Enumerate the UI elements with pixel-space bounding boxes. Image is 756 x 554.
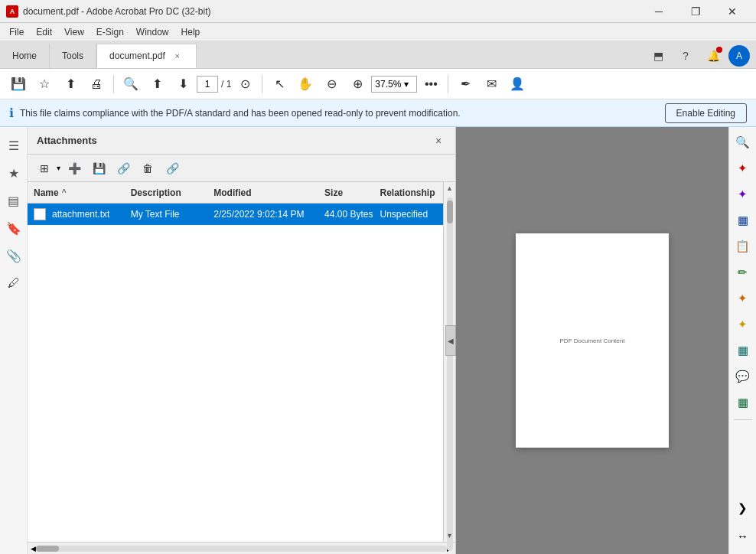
menu-help[interactable]: Help xyxy=(175,23,207,41)
right-tool-teal[interactable]: ▦ xyxy=(731,338,755,363)
row-size: 44.00 Bytes xyxy=(324,209,380,220)
col-desc-header[interactable]: Description xyxy=(131,187,214,198)
tab-notification-button[interactable]: 🔔 xyxy=(701,44,725,68)
toolbar-sep-2 xyxy=(262,75,262,93)
right-zoom-button[interactable]: 🔍 xyxy=(731,130,755,155)
zoom-dropdown-icon: ▾ xyxy=(404,79,409,90)
bookmark-button[interactable]: ☆ xyxy=(32,72,57,96)
zoom-out-tool[interactable]: ⊖ xyxy=(319,72,344,96)
col-size-header[interactable]: Size xyxy=(324,187,380,198)
more-tools-button[interactable]: ••• xyxy=(419,72,443,96)
attachments-close-button[interactable]: × xyxy=(431,133,446,148)
scroll-thumb[interactable] xyxy=(36,546,59,552)
next-page-button[interactable]: ⬇ xyxy=(171,72,195,96)
tab-share-button[interactable]: ⬒ xyxy=(646,44,670,68)
tab-help-button[interactable]: ? xyxy=(673,44,698,68)
scroll-down-arrow[interactable]: ▼ xyxy=(444,530,455,542)
col-name-header[interactable]: Name ^ xyxy=(34,187,131,198)
sidebar-menu-icon[interactable]: ☰ xyxy=(2,133,26,158)
panel-collapse-button[interactable]: ◀ xyxy=(445,325,456,356)
menu-edit[interactable]: Edit xyxy=(30,23,58,41)
attach-save-button[interactable]: 💾 xyxy=(88,158,109,179)
menu-bar: File Edit View E-Sign Window Help xyxy=(0,23,756,41)
email-button[interactable]: ✉ xyxy=(479,72,503,96)
vertical-scrollbar[interactable]: ▲ ▼ xyxy=(443,182,455,542)
menu-esign[interactable]: E-Sign xyxy=(90,23,130,41)
prev-page-button[interactable]: ⬆ xyxy=(145,72,169,96)
sidebar-attachments-icon[interactable]: 📎 xyxy=(2,243,26,268)
sidebar-edit-icon[interactable]: 🖊 xyxy=(2,271,26,295)
col-modified-header[interactable]: Modified xyxy=(213,187,324,198)
right-tool-green[interactable]: ✏ xyxy=(731,260,755,285)
right-tool-yellow[interactable]: ✦ xyxy=(731,312,755,337)
attachments-table: Name ^ Description Modified Size Relatio… xyxy=(28,182,455,542)
notification-bar: ℹ This file claims compliance with the P… xyxy=(0,99,756,127)
restore-button[interactable]: ❐ xyxy=(678,0,713,23)
zoom-out-button[interactable]: 🔍 xyxy=(119,72,143,96)
save-button[interactable]: 💾 xyxy=(6,72,31,96)
right-stretch-button[interactable]: ↔ xyxy=(731,523,755,548)
scroll-left-arrow[interactable]: ◀ xyxy=(31,545,36,552)
user-avatar[interactable]: A xyxy=(728,45,750,67)
hand-tool[interactable]: ✋ xyxy=(293,72,318,96)
sidebar-pages-icon[interactable]: ▤ xyxy=(2,188,26,213)
right-tool-blue[interactable]: ▦ xyxy=(731,208,755,233)
close-button[interactable]: ✕ xyxy=(715,0,750,23)
tab-home[interactable]: Home xyxy=(0,44,50,68)
notification-dot xyxy=(716,47,722,53)
table-header: Name ^ Description Modified Size Relatio… xyxy=(28,182,455,204)
left-sidebar: ☰ ★ ▤ 🔖 📎 🖊 xyxy=(0,127,28,554)
vscroll-thumb[interactable] xyxy=(447,200,453,223)
sidebar-bookmark-icon[interactable]: ★ xyxy=(2,161,26,185)
cursor-tool[interactable]: ↖ xyxy=(267,72,292,96)
right-tool-red[interactable]: ✦ xyxy=(731,156,755,181)
window-controls: ─ ❐ ✕ xyxy=(641,0,750,23)
col-relationship-header[interactable]: Relationship xyxy=(380,187,450,198)
attach-link-button[interactable]: 🔗 xyxy=(112,158,134,179)
toolbar: 💾 ☆ ⬆ 🖨 🔍 ⬆ ⬇ / 1 ⊙ ↖ ✋ ⊖ ⊕ 37.5% ▾ ••• … xyxy=(0,69,756,99)
attach-grid-button[interactable]: ⊞ xyxy=(34,158,55,179)
right-sidebar-sep xyxy=(734,419,752,420)
attach-dropdown-arrow[interactable]: ▾ xyxy=(57,164,60,172)
sidebar-layers-icon[interactable]: 🔖 xyxy=(2,216,26,240)
minimize-button[interactable]: ─ xyxy=(641,0,676,23)
menu-file[interactable]: File xyxy=(3,23,30,41)
scroll-up-arrow[interactable]: ▲ xyxy=(444,182,455,194)
right-tool-comment[interactable]: 💬 xyxy=(731,364,755,389)
page-number-input[interactable] xyxy=(197,76,218,93)
profile-button[interactable]: 👤 xyxy=(505,72,530,96)
tab-right-icons: ⬒ ? 🔔 A xyxy=(646,44,756,68)
right-tool-red2[interactable]: 📋 xyxy=(731,234,755,259)
horizontal-scrollbar[interactable]: ◀ ▶ xyxy=(28,542,455,554)
right-tool-orange[interactable]: ✦ xyxy=(731,286,755,311)
scroll-track[interactable] xyxy=(36,546,447,552)
tab-document-close[interactable]: × xyxy=(171,50,184,62)
attach-search-button[interactable]: 🔗 xyxy=(161,158,183,179)
menu-view[interactable]: View xyxy=(58,23,90,41)
menu-window[interactable]: Window xyxy=(130,23,175,41)
right-expand-button[interactable]: ❯ xyxy=(731,496,755,520)
right-tool-grid2[interactable]: ▦ xyxy=(731,390,755,415)
upload-button[interactable]: ⬆ xyxy=(58,72,83,96)
table-row[interactable]: attachment.txt My Text File 2/25/2022 9:… xyxy=(28,204,455,225)
tab-document[interactable]: document.pdf × xyxy=(96,44,197,68)
notification-text: This file claims compliance with the PDF… xyxy=(20,108,659,119)
tab-document-label: document.pdf xyxy=(109,51,165,61)
fit-page-button[interactable]: ⊙ xyxy=(233,72,257,96)
right-sidebar-bottom: ❯ ↔ xyxy=(731,496,755,554)
right-tool-purple[interactable]: ✦ xyxy=(731,182,755,207)
enable-editing-button[interactable]: Enable Editing xyxy=(665,103,747,123)
zoom-value: 37.5% xyxy=(375,79,401,90)
attach-add-button[interactable]: ➕ xyxy=(64,158,85,179)
row-name: attachment.txt xyxy=(34,208,131,220)
attach-delete-button[interactable]: 🗑 xyxy=(137,158,158,179)
row-desc: My Text File xyxy=(131,209,214,220)
pen-tool[interactable]: ✒ xyxy=(453,72,477,96)
zoom-in-tool[interactable]: ⊕ xyxy=(345,72,370,96)
print-button[interactable]: 🖨 xyxy=(84,72,109,96)
sort-arrow: ^ xyxy=(62,188,67,197)
zoom-select[interactable]: 37.5% ▾ xyxy=(371,76,417,93)
attach-add-dropdown[interactable]: ⊞ ▾ xyxy=(34,158,60,179)
center-panel: Attachments × ⊞ ▾ ➕ 💾 🔗 🗑 🔗 Name ^ xyxy=(28,127,728,554)
tab-tools[interactable]: Tools xyxy=(50,44,96,68)
